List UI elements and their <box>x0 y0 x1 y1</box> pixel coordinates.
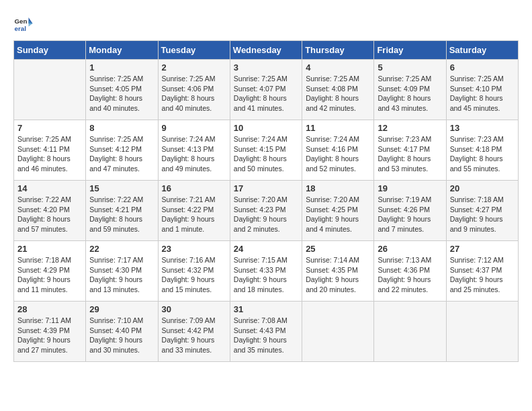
day-number: 24 <box>234 244 298 254</box>
day-info: Sunrise: 7:18 AMSunset: 4:29 PMDaylight:… <box>17 255 82 295</box>
day-info: Sunrise: 7:24 AMSunset: 4:13 PMDaylight:… <box>162 134 226 174</box>
calendar-cell <box>14 60 86 120</box>
calendar-cell: 30Sunrise: 7:09 AMSunset: 4:42 PMDayligh… <box>158 302 230 362</box>
calendar-cell: 6Sunrise: 7:25 AMSunset: 4:10 PMDaylight… <box>446 60 518 120</box>
logo: Gen eral <box>13 13 37 34</box>
calendar-cell: 21Sunrise: 7:18 AMSunset: 4:29 PMDayligh… <box>14 241 86 302</box>
day-number: 2 <box>162 62 226 73</box>
day-number: 29 <box>89 304 154 314</box>
day-info: Sunrise: 7:25 AMSunset: 4:10 PMDaylight:… <box>450 74 515 113</box>
calendar-cell <box>302 302 374 362</box>
day-number: 3 <box>234 62 298 73</box>
week-row-3: 14Sunrise: 7:22 AMSunset: 4:20 PMDayligh… <box>14 181 519 241</box>
day-info: Sunrise: 7:25 AMSunset: 4:12 PMDaylight:… <box>89 134 154 174</box>
calendar-cell: 9Sunrise: 7:24 AMSunset: 4:13 PMDaylight… <box>158 120 230 181</box>
day-info: Sunrise: 7:13 AMSunset: 4:36 PMDaylight:… <box>378 255 442 295</box>
calendar-cell: 14Sunrise: 7:22 AMSunset: 4:20 PMDayligh… <box>14 181 86 241</box>
day-number: 27 <box>450 244 515 254</box>
calendar-cell: 12Sunrise: 7:23 AMSunset: 4:17 PMDayligh… <box>374 120 446 181</box>
day-number: 23 <box>162 244 226 254</box>
day-info: Sunrise: 7:16 AMSunset: 4:32 PMDaylight:… <box>162 255 226 295</box>
calendar-cell <box>446 302 518 362</box>
calendar-cell: 2Sunrise: 7:25 AMSunset: 4:06 PMDaylight… <box>158 60 230 120</box>
calendar-cell: 29Sunrise: 7:10 AMSunset: 4:40 PMDayligh… <box>86 302 158 362</box>
day-number: 25 <box>306 244 370 254</box>
page-header: Gen eral <box>13 13 519 34</box>
day-number: 20 <box>450 183 515 193</box>
calendar-cell: 5Sunrise: 7:25 AMSunset: 4:09 PMDaylight… <box>374 60 446 120</box>
calendar-cell: 27Sunrise: 7:12 AMSunset: 4:37 PMDayligh… <box>446 241 518 302</box>
day-info: Sunrise: 7:24 AMSunset: 4:15 PMDaylight:… <box>234 134 298 174</box>
day-header-saturday: Saturday <box>446 41 518 60</box>
calendar-cell: 22Sunrise: 7:17 AMSunset: 4:30 PMDayligh… <box>86 241 158 302</box>
day-number: 7 <box>17 123 82 133</box>
day-number: 26 <box>378 244 442 254</box>
calendar-cell: 17Sunrise: 7:20 AMSunset: 4:23 PMDayligh… <box>230 181 302 241</box>
day-number: 14 <box>17 183 82 193</box>
calendar-cell: 1Sunrise: 7:25 AMSunset: 4:05 PMDaylight… <box>86 60 158 120</box>
day-info: Sunrise: 7:25 AMSunset: 4:08 PMDaylight:… <box>306 74 370 113</box>
day-info: Sunrise: 7:20 AMSunset: 4:25 PMDaylight:… <box>306 195 370 234</box>
day-number: 12 <box>378 123 442 133</box>
calendar-cell: 15Sunrise: 7:22 AMSunset: 4:21 PMDayligh… <box>86 181 158 241</box>
day-info: Sunrise: 7:23 AMSunset: 4:18 PMDaylight:… <box>450 134 515 174</box>
calendar-cell: 10Sunrise: 7:24 AMSunset: 4:15 PMDayligh… <box>230 120 302 181</box>
day-info: Sunrise: 7:11 AMSunset: 4:39 PMDaylight:… <box>17 316 82 355</box>
day-info: Sunrise: 7:18 AMSunset: 4:27 PMDaylight:… <box>450 195 515 234</box>
calendar-cell: 24Sunrise: 7:15 AMSunset: 4:33 PMDayligh… <box>230 241 302 302</box>
day-number: 6 <box>450 62 515 73</box>
day-info: Sunrise: 7:12 AMSunset: 4:37 PMDaylight:… <box>450 255 515 295</box>
day-info: Sunrise: 7:19 AMSunset: 4:26 PMDaylight:… <box>378 195 442 234</box>
day-header-tuesday: Tuesday <box>158 41 230 60</box>
calendar-cell: 16Sunrise: 7:21 AMSunset: 4:22 PMDayligh… <box>158 181 230 241</box>
day-number: 15 <box>89 183 154 193</box>
calendar-cell: 18Sunrise: 7:20 AMSunset: 4:25 PMDayligh… <box>302 181 374 241</box>
day-number: 5 <box>378 62 442 73</box>
day-header-wednesday: Wednesday <box>230 41 302 60</box>
day-info: Sunrise: 7:24 AMSunset: 4:16 PMDaylight:… <box>306 134 370 174</box>
calendar-cell: 13Sunrise: 7:23 AMSunset: 4:18 PMDayligh… <box>446 120 518 181</box>
day-info: Sunrise: 7:09 AMSunset: 4:42 PMDaylight:… <box>162 316 226 355</box>
calendar-table: SundayMondayTuesdayWednesdayThursdayFrid… <box>13 40 519 362</box>
day-number: 21 <box>17 244 82 254</box>
day-number: 30 <box>162 304 226 314</box>
calendar-cell: 31Sunrise: 7:08 AMSunset: 4:43 PMDayligh… <box>230 302 302 362</box>
calendar-cell: 28Sunrise: 7:11 AMSunset: 4:39 PMDayligh… <box>14 302 86 362</box>
calendar-cell <box>374 302 446 362</box>
day-info: Sunrise: 7:14 AMSunset: 4:35 PMDaylight:… <box>306 255 370 295</box>
svg-text:Gen: Gen <box>15 17 28 25</box>
calendar-cell: 20Sunrise: 7:18 AMSunset: 4:27 PMDayligh… <box>446 181 518 241</box>
day-info: Sunrise: 7:17 AMSunset: 4:30 PMDaylight:… <box>89 255 154 295</box>
logo-icon: Gen eral <box>13 13 34 34</box>
day-info: Sunrise: 7:20 AMSunset: 4:23 PMDaylight:… <box>234 195 298 234</box>
calendar-cell: 4Sunrise: 7:25 AMSunset: 4:08 PMDaylight… <box>302 60 374 120</box>
day-info: Sunrise: 7:10 AMSunset: 4:40 PMDaylight:… <box>89 316 154 355</box>
day-number: 9 <box>162 123 226 133</box>
day-number: 31 <box>234 304 298 314</box>
day-header-sunday: Sunday <box>14 41 86 60</box>
day-number: 17 <box>234 183 298 193</box>
day-number: 11 <box>306 123 370 133</box>
day-info: Sunrise: 7:25 AMSunset: 4:11 PMDaylight:… <box>17 134 82 174</box>
week-row-2: 7Sunrise: 7:25 AMSunset: 4:11 PMDaylight… <box>14 120 519 181</box>
day-info: Sunrise: 7:08 AMSunset: 4:43 PMDaylight:… <box>234 316 298 355</box>
day-number: 1 <box>89 62 154 73</box>
day-info: Sunrise: 7:25 AMSunset: 4:05 PMDaylight:… <box>89 74 154 113</box>
day-info: Sunrise: 7:25 AMSunset: 4:07 PMDaylight:… <box>234 74 298 113</box>
day-number: 10 <box>234 123 298 133</box>
calendar-cell: 25Sunrise: 7:14 AMSunset: 4:35 PMDayligh… <box>302 241 374 302</box>
week-row-4: 21Sunrise: 7:18 AMSunset: 4:29 PMDayligh… <box>14 241 519 302</box>
day-info: Sunrise: 7:21 AMSunset: 4:22 PMDaylight:… <box>162 195 226 234</box>
calendar-cell: 26Sunrise: 7:13 AMSunset: 4:36 PMDayligh… <box>374 241 446 302</box>
calendar-cell: 19Sunrise: 7:19 AMSunset: 4:26 PMDayligh… <box>374 181 446 241</box>
day-info: Sunrise: 7:15 AMSunset: 4:33 PMDaylight:… <box>234 255 298 295</box>
day-header-monday: Monday <box>86 41 158 60</box>
calendar-cell: 7Sunrise: 7:25 AMSunset: 4:11 PMDaylight… <box>14 120 86 181</box>
header-row: SundayMondayTuesdayWednesdayThursdayFrid… <box>14 41 519 60</box>
day-header-friday: Friday <box>374 41 446 60</box>
day-number: 18 <box>306 183 370 193</box>
day-info: Sunrise: 7:25 AMSunset: 4:09 PMDaylight:… <box>378 74 442 113</box>
day-info: Sunrise: 7:22 AMSunset: 4:20 PMDaylight:… <box>17 195 82 234</box>
day-number: 13 <box>450 123 515 133</box>
calendar-cell: 23Sunrise: 7:16 AMSunset: 4:32 PMDayligh… <box>158 241 230 302</box>
